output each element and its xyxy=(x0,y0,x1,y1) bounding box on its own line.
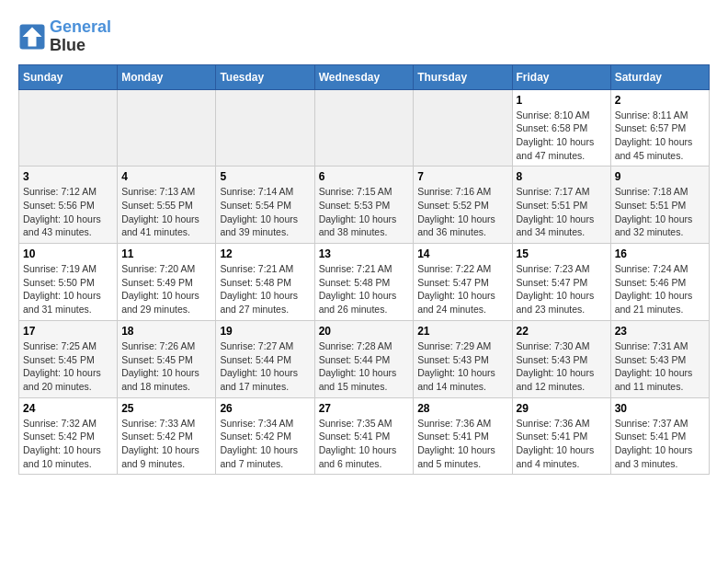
calendar-cell: 7Sunrise: 7:16 AM Sunset: 5:52 PM Daylig… xyxy=(414,167,512,244)
day-number: 13 xyxy=(319,247,410,260)
day-info: Sunrise: 7:17 AM Sunset: 5:51 PM Dayligh… xyxy=(517,185,607,239)
weekday-friday: Friday xyxy=(512,64,610,89)
page-header: General Blue xyxy=(18,18,710,55)
weekday-wednesday: Wednesday xyxy=(314,64,414,89)
day-number: 30 xyxy=(615,402,705,415)
day-info: Sunrise: 7:26 AM Sunset: 5:45 PM Dayligh… xyxy=(121,339,211,394)
day-info: Sunrise: 7:19 AM Sunset: 5:50 PM Dayligh… xyxy=(23,262,113,316)
calendar-cell: 18Sunrise: 7:26 AM Sunset: 5:45 PM Dayli… xyxy=(118,320,216,397)
day-number: 22 xyxy=(517,325,607,338)
calendar-week-row: 17Sunrise: 7:25 AM Sunset: 5:45 PM Dayli… xyxy=(19,320,710,397)
weekday-monday: Monday xyxy=(118,64,216,89)
calendar-cell: 4Sunrise: 7:13 AM Sunset: 5:55 PM Daylig… xyxy=(118,167,216,244)
logo-icon xyxy=(18,23,46,51)
day-info: Sunrise: 8:10 AM Sunset: 6:58 PM Dayligh… xyxy=(517,109,607,163)
calendar-cell: 10Sunrise: 7:19 AM Sunset: 5:50 PM Dayli… xyxy=(19,244,118,321)
day-info: Sunrise: 7:36 AM Sunset: 5:41 PM Dayligh… xyxy=(517,417,607,471)
day-number: 1 xyxy=(517,94,607,107)
day-number: 5 xyxy=(220,170,310,183)
calendar-body: 1Sunrise: 8:10 AM Sunset: 6:58 PM Daylig… xyxy=(19,89,710,475)
day-number: 11 xyxy=(121,247,211,260)
weekday-saturday: Saturday xyxy=(610,64,709,89)
calendar-cell: 24Sunrise: 7:32 AM Sunset: 5:42 PM Dayli… xyxy=(19,397,118,475)
calendar-cell xyxy=(414,89,512,167)
calendar-cell xyxy=(19,89,118,167)
day-info: Sunrise: 7:24 AM Sunset: 5:46 PM Dayligh… xyxy=(615,262,705,316)
calendar-cell: 20Sunrise: 7:28 AM Sunset: 5:44 PM Dayli… xyxy=(314,320,414,397)
day-number: 27 xyxy=(319,402,410,415)
weekday-thursday: Thursday xyxy=(414,64,512,89)
day-info: Sunrise: 7:32 AM Sunset: 5:42 PM Dayligh… xyxy=(23,417,113,471)
day-info: Sunrise: 7:16 AM Sunset: 5:52 PM Dayligh… xyxy=(417,185,507,239)
calendar-cell: 28Sunrise: 7:36 AM Sunset: 5:41 PM Dayli… xyxy=(414,397,512,475)
day-number: 20 xyxy=(319,325,410,338)
calendar-cell: 27Sunrise: 7:35 AM Sunset: 5:41 PM Dayli… xyxy=(314,397,414,475)
day-info: Sunrise: 7:29 AM Sunset: 5:43 PM Dayligh… xyxy=(417,339,507,394)
calendar-cell xyxy=(314,89,414,167)
day-info: Sunrise: 7:30 AM Sunset: 5:43 PM Dayligh… xyxy=(517,339,607,394)
day-info: Sunrise: 7:22 AM Sunset: 5:47 PM Dayligh… xyxy=(417,262,507,316)
day-number: 28 xyxy=(417,402,507,415)
day-number: 23 xyxy=(615,325,705,338)
day-number: 25 xyxy=(121,402,211,415)
day-number: 29 xyxy=(517,402,607,415)
day-number: 15 xyxy=(517,247,607,260)
calendar-cell: 3Sunrise: 7:12 AM Sunset: 5:56 PM Daylig… xyxy=(19,167,118,244)
weekday-header-row: SundayMondayTuesdayWednesdayThursdayFrid… xyxy=(19,64,710,89)
day-info: Sunrise: 7:20 AM Sunset: 5:49 PM Dayligh… xyxy=(121,262,211,316)
day-info: Sunrise: 7:21 AM Sunset: 5:48 PM Dayligh… xyxy=(319,262,410,316)
day-number: 21 xyxy=(417,325,507,338)
calendar-cell: 30Sunrise: 7:37 AM Sunset: 5:41 PM Dayli… xyxy=(610,397,709,475)
day-info: Sunrise: 7:28 AM Sunset: 5:44 PM Dayligh… xyxy=(319,339,410,394)
calendar-cell: 1Sunrise: 8:10 AM Sunset: 6:58 PM Daylig… xyxy=(512,89,610,167)
calendar-cell: 12Sunrise: 7:21 AM Sunset: 5:48 PM Dayli… xyxy=(216,244,314,321)
day-number: 10 xyxy=(23,247,113,260)
calendar-week-row: 10Sunrise: 7:19 AM Sunset: 5:50 PM Dayli… xyxy=(19,244,710,321)
day-number: 3 xyxy=(23,170,113,183)
calendar-cell: 21Sunrise: 7:29 AM Sunset: 5:43 PM Dayli… xyxy=(414,320,512,397)
calendar-cell: 2Sunrise: 8:11 AM Sunset: 6:57 PM Daylig… xyxy=(610,89,709,167)
calendar-cell: 26Sunrise: 7:34 AM Sunset: 5:42 PM Dayli… xyxy=(216,397,314,475)
day-info: Sunrise: 7:13 AM Sunset: 5:55 PM Dayligh… xyxy=(121,185,211,239)
day-info: Sunrise: 7:15 AM Sunset: 5:53 PM Dayligh… xyxy=(319,185,410,239)
day-number: 18 xyxy=(121,325,211,338)
calendar-week-row: 3Sunrise: 7:12 AM Sunset: 5:56 PM Daylig… xyxy=(19,167,710,244)
day-number: 6 xyxy=(319,170,410,183)
calendar-cell: 9Sunrise: 7:18 AM Sunset: 5:51 PM Daylig… xyxy=(610,167,709,244)
day-number: 7 xyxy=(417,170,507,183)
calendar-cell: 25Sunrise: 7:33 AM Sunset: 5:42 PM Dayli… xyxy=(118,397,216,475)
day-info: Sunrise: 7:36 AM Sunset: 5:41 PM Dayligh… xyxy=(417,417,507,471)
calendar-cell: 29Sunrise: 7:36 AM Sunset: 5:41 PM Dayli… xyxy=(512,397,610,475)
day-number: 19 xyxy=(220,325,310,338)
day-number: 14 xyxy=(417,247,507,260)
calendar-cell: 11Sunrise: 7:20 AM Sunset: 5:49 PM Dayli… xyxy=(118,244,216,321)
calendar-cell: 23Sunrise: 7:31 AM Sunset: 5:43 PM Dayli… xyxy=(610,320,709,397)
calendar-cell xyxy=(118,89,216,167)
calendar-cell: 6Sunrise: 7:15 AM Sunset: 5:53 PM Daylig… xyxy=(314,167,414,244)
day-info: Sunrise: 7:23 AM Sunset: 5:47 PM Dayligh… xyxy=(517,262,607,316)
day-number: 12 xyxy=(220,247,310,260)
day-info: Sunrise: 7:34 AM Sunset: 5:42 PM Dayligh… xyxy=(220,417,310,471)
day-info: Sunrise: 7:12 AM Sunset: 5:56 PM Dayligh… xyxy=(23,185,113,239)
calendar-week-row: 24Sunrise: 7:32 AM Sunset: 5:42 PM Dayli… xyxy=(19,397,710,475)
day-info: Sunrise: 8:11 AM Sunset: 6:57 PM Dayligh… xyxy=(615,109,705,163)
day-info: Sunrise: 7:27 AM Sunset: 5:44 PM Dayligh… xyxy=(220,339,310,394)
logo: General Blue xyxy=(18,18,111,55)
day-info: Sunrise: 7:25 AM Sunset: 5:45 PM Dayligh… xyxy=(23,339,113,394)
day-info: Sunrise: 7:21 AM Sunset: 5:48 PM Dayligh… xyxy=(220,262,310,316)
logo-text: General Blue xyxy=(50,18,111,55)
day-info: Sunrise: 7:14 AM Sunset: 5:54 PM Dayligh… xyxy=(220,185,310,239)
calendar-cell: 8Sunrise: 7:17 AM Sunset: 5:51 PM Daylig… xyxy=(512,167,610,244)
calendar-cell xyxy=(216,89,314,167)
day-info: Sunrise: 7:18 AM Sunset: 5:51 PM Dayligh… xyxy=(615,185,705,239)
day-info: Sunrise: 7:37 AM Sunset: 5:41 PM Dayligh… xyxy=(615,417,705,471)
day-number: 8 xyxy=(517,170,607,183)
calendar-cell: 16Sunrise: 7:24 AM Sunset: 5:46 PM Dayli… xyxy=(610,244,709,321)
calendar-week-row: 1Sunrise: 8:10 AM Sunset: 6:58 PM Daylig… xyxy=(19,89,710,167)
day-number: 24 xyxy=(23,402,113,415)
calendar-cell: 19Sunrise: 7:27 AM Sunset: 5:44 PM Dayli… xyxy=(216,320,314,397)
calendar-cell: 22Sunrise: 7:30 AM Sunset: 5:43 PM Dayli… xyxy=(512,320,610,397)
calendar-cell: 5Sunrise: 7:14 AM Sunset: 5:54 PM Daylig… xyxy=(216,167,314,244)
day-info: Sunrise: 7:35 AM Sunset: 5:41 PM Dayligh… xyxy=(319,417,410,471)
day-number: 9 xyxy=(615,170,705,183)
